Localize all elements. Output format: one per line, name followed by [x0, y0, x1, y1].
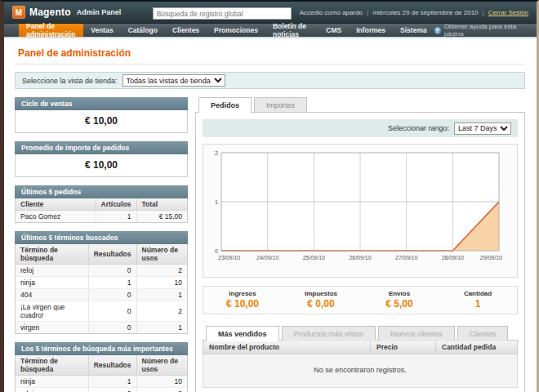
column-header: Cantidad pedida	[436, 341, 518, 354]
last-orders-box: Últimos 5 pedidos ClienteArtículosTotalP…	[15, 185, 188, 223]
stat-impuestos: Impuestos€ 0,00	[282, 287, 360, 314]
nav-item-informes[interactable]: Informes	[349, 24, 393, 37]
average-orders-title: Promedio de importe de pedidos	[15, 141, 188, 154]
nav-items: Panel de administraciónVentasCatálogoCli…	[19, 24, 434, 37]
session-info: Accedió como apardo | miércoles 29 de se…	[300, 9, 528, 16]
column-header: Término de búsqueda	[16, 355, 88, 376]
table-row[interactable]: reloj02	[16, 388, 187, 392]
table-header-row: Término de búsquedaResultadosNúmero de u…	[16, 355, 187, 376]
table-cell: ninja	[16, 277, 88, 289]
logo-text: Magento	[29, 7, 71, 18]
svg-text:1: 1	[215, 199, 218, 205]
lifetime-sales-value: € 10,00	[16, 110, 187, 132]
svg-text:23/09/10: 23/09/10	[218, 255, 240, 261]
nav-item-ventas[interactable]: Ventas	[83, 24, 120, 37]
store-view-select[interactable]: Todas las vistas de tienda	[122, 74, 225, 87]
table-cell: 10	[136, 376, 187, 388]
top-search-terms-table: Término de búsquedaResultadosNúmero de u…	[16, 355, 187, 392]
average-orders-box: Promedio de importe de pedidos € 10,00	[15, 141, 188, 177]
store-view-bar: Seleccione la vista de tienda: Todas las…	[15, 72, 525, 89]
orders-amounts-tabs: PedidosImportes	[195, 97, 525, 112]
table-cell: ¡La virgen que cuadro!	[16, 301, 88, 322]
range-select[interactable]: Last 7 Days	[454, 122, 511, 135]
svg-text:0: 0	[215, 248, 218, 254]
nav-item-promociones[interactable]: Promociones	[207, 24, 265, 37]
table-cell: virgen	[16, 322, 88, 334]
admin-window: M Magento Admin Panel Accedió como apard…	[0, 0, 539, 392]
table-row[interactable]: Paco Gomez1€ 15,00	[16, 211, 187, 223]
table-row[interactable]: virgen01	[16, 322, 187, 334]
table-cell: 404	[16, 289, 88, 301]
dashboard-main: PedidosImportes Seleccionar rango: Last …	[195, 97, 525, 392]
table-header-row: Término de búsquedaResultadosNúmero de u…	[16, 244, 187, 265]
report-tab-clientes: Clientes	[457, 326, 509, 341]
average-orders-value: € 10,00	[16, 154, 187, 176]
empty-row: No se encontraron registros.	[203, 354, 518, 388]
column-header: Resultados	[88, 355, 136, 376]
table-cell: 2	[136, 265, 187, 277]
nav-item-boletin-de-noticias[interactable]: Boletín de noticias	[265, 24, 318, 37]
logo-suffix: Admin Panel	[77, 8, 122, 16]
column-header: Resultados	[88, 244, 136, 265]
table-row[interactable]: ¡La virgen que cuadro!02	[16, 301, 187, 322]
table-row[interactable]: ninja110	[16, 277, 187, 289]
separator: |	[367, 9, 368, 16]
separator: |	[483, 9, 484, 16]
report-tab-mas-vendidos[interactable]: Más vendidos	[206, 326, 279, 341]
svg-text:25/09/10: 25/09/10	[303, 255, 325, 261]
table-row[interactable]: ninja110	[16, 376, 187, 388]
table-cell: 2	[136, 388, 187, 392]
orders-chart-container: 01223/09/1024/09/1025/09/1026/09/1027/09…	[203, 144, 518, 278]
global-search-input[interactable]	[153, 7, 292, 20]
magento-logo: M Magento Admin Panel	[12, 6, 121, 19]
stat-value: € 5,00	[360, 298, 439, 310]
bottom-report-tabs: Más vendidosProductos más vistosNuevos c…	[203, 326, 518, 341]
nav-item-cms[interactable]: CMS	[318, 24, 349, 37]
range-bar: Seleccionar rango: Last 7 Days	[203, 119, 518, 137]
tab-pedidos[interactable]: Pedidos	[198, 97, 252, 113]
orders-panel: Seleccionar rango: Last 7 Days 01223/09/…	[195, 112, 525, 392]
tab-importes[interactable]: Importes	[254, 97, 307, 112]
nav-item-panel-de-administracion[interactable]: Panel de administración	[19, 24, 83, 37]
table-cell: 1	[88, 376, 136, 388]
current-date: miércoles 29 de septiembre de 2010	[372, 9, 478, 16]
last-search-terms-title: Últimos 5 términos buscados	[15, 231, 188, 244]
main-nav: Panel de administraciónVentasCatálogoCli…	[4, 24, 537, 38]
stat-label: Ingresos	[203, 290, 282, 297]
table-header-row: ClienteArtículosTotal	[16, 198, 187, 211]
table-cell: 0	[88, 388, 136, 392]
svg-text:2: 2	[215, 150, 218, 156]
logout-link[interactable]: Cerrar Sesión	[488, 9, 528, 16]
totals-row: Ingresos€ 10,00Impuestos€ 0,00Envíos€ 5,…	[203, 286, 518, 314]
table-cell: 1	[96, 211, 136, 223]
table-cell: Paco Gomez	[16, 211, 96, 223]
nav-item-catalogo[interactable]: Catálogo	[121, 24, 165, 37]
nav-item-clientes[interactable]: Clientes	[165, 24, 207, 37]
table-cell: 0	[88, 265, 136, 277]
column-header: Término de búsqueda	[16, 244, 88, 265]
table-cell: 0	[88, 301, 136, 322]
report-tab-productos-mas-vistos: Productos más vistos	[282, 326, 376, 341]
magento-logo-icon: M	[12, 6, 25, 19]
page-title: Panel de administración	[15, 46, 525, 65]
column-header: Precio	[371, 341, 436, 354]
stat-value: € 10,00	[203, 298, 282, 310]
dashboard-sidebar: Ciclo de ventas € 10,00 Promedio de impo…	[15, 97, 188, 392]
empty-message: No se encontraron registros.	[203, 354, 518, 388]
table-cell: 2	[136, 301, 187, 322]
stat-label: Impuestos	[282, 290, 360, 297]
nav-item-sistema[interactable]: Sistema	[393, 24, 434, 37]
table-cell: 1	[136, 289, 187, 301]
report-tab-nuevos-clientes: Nuevos clientes	[378, 326, 455, 341]
global-search	[153, 5, 292, 20]
column-header: Número de usos	[136, 244, 187, 265]
table-cell: 1	[88, 277, 136, 289]
table-row[interactable]: 40401	[16, 289, 187, 301]
stat-cantidad: Cantidad1	[439, 287, 517, 314]
table-cell: 1	[136, 322, 187, 334]
column-header: Cliente	[16, 198, 96, 211]
top-search-terms-title: Los 5 términos de búsqueda más important…	[15, 342, 188, 355]
table-row[interactable]: reloj02	[16, 265, 187, 277]
logged-in-as: Accedió como apardo	[300, 9, 363, 16]
help-link[interactable]: ? Obtener ayuda para esta página	[434, 24, 537, 37]
